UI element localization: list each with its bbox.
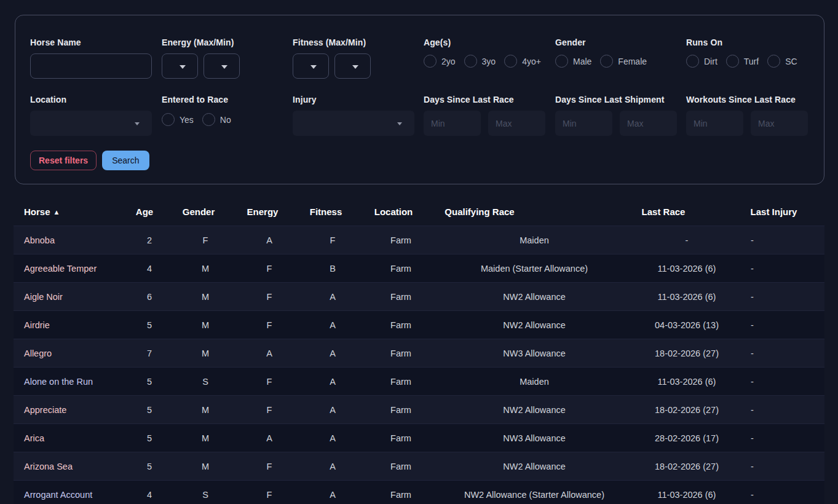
table-row: Arica 5 M A A Farm NW3 Allowance 28-02-2… bbox=[14, 423, 824, 452]
location-cell: Farm bbox=[357, 235, 445, 245]
runs-on-turf-radio[interactable] bbox=[726, 55, 739, 68]
age-4yo-radio[interactable] bbox=[504, 55, 517, 68]
energy-min-select[interactable] bbox=[204, 53, 240, 79]
gender-cell: M bbox=[181, 348, 230, 358]
table-row: Aigle Noir 6 M F A Farm NW2 Allowance 11… bbox=[14, 282, 824, 310]
entered-yes-radio[interactable] bbox=[162, 113, 175, 126]
search-button[interactable]: Search bbox=[102, 151, 149, 170]
gender-cell: M bbox=[181, 405, 230, 415]
last-injury-cell: - bbox=[750, 320, 824, 330]
fitness-min-select[interactable] bbox=[334, 53, 371, 79]
energy-max-select[interactable] bbox=[162, 53, 198, 79]
column-header-last-injury[interactable]: Last Injury bbox=[737, 207, 811, 217]
age-3yo-radio[interactable] bbox=[464, 55, 477, 68]
location-select[interactable] bbox=[30, 111, 152, 136]
chevron-down-icon bbox=[221, 65, 227, 69]
location-cell: Farm bbox=[357, 377, 445, 387]
chevron-down-icon bbox=[180, 65, 186, 69]
age-3yo-label: 3yo bbox=[482, 57, 496, 66]
gender-cell: F bbox=[181, 235, 230, 245]
age-cell: 5 bbox=[118, 377, 181, 387]
entered-yes-label: Yes bbox=[180, 115, 194, 125]
days-last-shipment-max-input[interactable] bbox=[620, 111, 677, 136]
horse-name-link[interactable]: Arizona Sea bbox=[14, 462, 118, 471]
chevron-down-icon bbox=[352, 65, 358, 69]
column-header-energy[interactable]: Energy bbox=[223, 207, 302, 217]
horse-name-link[interactable]: Appreciate bbox=[14, 405, 118, 415]
age-2yo-label: 2yo bbox=[441, 57, 456, 66]
location-label: Location bbox=[30, 95, 162, 104]
column-header-last-race[interactable]: Last Race bbox=[600, 207, 727, 217]
qualifying-race-cell: NW3 Allowance bbox=[445, 433, 623, 443]
days-last-shipment-min-input[interactable] bbox=[555, 111, 612, 136]
reset-filters-button[interactable]: Reset filters bbox=[30, 151, 97, 170]
column-header-horse[interactable]: Horse▲ bbox=[14, 207, 118, 217]
horse-name-link[interactable]: Aigle Noir bbox=[14, 292, 118, 302]
days-last-race-min-input[interactable] bbox=[424, 111, 481, 136]
filter-entered-to-race: Entered to Race Yes No bbox=[162, 95, 293, 136]
energy-cell: A bbox=[230, 348, 309, 358]
horse-name-link[interactable]: Airdrie bbox=[14, 320, 118, 330]
qualifying-race-cell: NW2 Allowance bbox=[445, 405, 623, 415]
last-race-cell: 11-03-2026 (6) bbox=[623, 264, 750, 274]
column-header-qualifying-race[interactable]: Qualifying Race bbox=[390, 207, 569, 217]
last-injury-cell: - bbox=[750, 235, 824, 245]
injury-select[interactable] bbox=[293, 111, 414, 136]
column-header-gender[interactable]: Gender bbox=[174, 207, 223, 217]
last-race-cell: 11-03-2026 (6) bbox=[623, 292, 750, 302]
workouts-max-input[interactable] bbox=[751, 111, 808, 136]
energy-cell: A bbox=[230, 235, 309, 245]
last-race-cell: 18-02-2026 (27) bbox=[623, 348, 750, 358]
fitness-max-select[interactable] bbox=[293, 53, 329, 79]
filter-days-since-last-shipment: Days Since Last Shipment bbox=[555, 95, 686, 136]
location-cell: Farm bbox=[357, 320, 445, 330]
location-cell: Farm bbox=[357, 462, 445, 471]
gender-cell: M bbox=[181, 264, 230, 274]
qualifying-race-cell: Maiden bbox=[445, 235, 623, 245]
filter-horse-name: Horse Name bbox=[30, 37, 162, 79]
horse-name-link[interactable]: Allegro bbox=[14, 348, 118, 358]
gender-cell: M bbox=[181, 433, 230, 443]
energy-cell: F bbox=[230, 405, 309, 415]
gender-cell: S bbox=[181, 377, 230, 387]
age-cell: 2 bbox=[118, 235, 181, 245]
fitness-cell: A bbox=[309, 320, 357, 330]
runs-on-sc-radio[interactable] bbox=[767, 55, 780, 68]
last-injury-cell: - bbox=[750, 292, 824, 302]
last-race-cell: 18-02-2026 (27) bbox=[623, 462, 750, 471]
horse-name-link[interactable]: Agreeable Temper bbox=[14, 264, 118, 274]
last-injury-cell: - bbox=[750, 264, 824, 274]
last-race-cell: - bbox=[623, 235, 750, 245]
entered-no-radio[interactable] bbox=[202, 113, 215, 126]
runs-on-dirt-radio[interactable] bbox=[686, 55, 699, 68]
column-header-age[interactable]: Age bbox=[113, 207, 176, 217]
location-cell: Farm bbox=[357, 405, 445, 415]
gender-female-radio[interactable] bbox=[600, 55, 613, 68]
horses-table: Horse▲ Age Gender Energy Fitness Locatio… bbox=[14, 197, 824, 504]
workouts-min-input[interactable] bbox=[686, 111, 743, 136]
age-cell: 4 bbox=[118, 490, 181, 500]
fitness-cell: A bbox=[309, 405, 357, 415]
column-header-fitness[interactable]: Fitness bbox=[302, 207, 350, 217]
age-2yo-radio[interactable] bbox=[424, 55, 437, 68]
runs-on-sc-label: SC bbox=[785, 57, 797, 66]
table-row: Allegro 7 M A A Farm NW3 Allowance 18-02… bbox=[14, 339, 824, 367]
last-race-cell: 11-03-2026 (6) bbox=[623, 377, 750, 387]
days-last-race-max-input[interactable] bbox=[488, 111, 545, 136]
horse-name-link[interactable]: Arica bbox=[14, 433, 118, 443]
ages-label: Age(s) bbox=[424, 37, 555, 47]
horse-name-link[interactable]: Arrogant Account bbox=[14, 490, 118, 500]
fitness-cell: A bbox=[309, 292, 357, 302]
horse-name-link[interactable]: Abnoba bbox=[14, 235, 118, 245]
gender-cell: S bbox=[181, 490, 230, 500]
energy-cell: F bbox=[230, 264, 309, 274]
location-cell: Farm bbox=[357, 264, 445, 274]
horse-name-link[interactable]: Alone on the Run bbox=[14, 377, 118, 387]
gender-male-radio[interactable] bbox=[555, 55, 568, 68]
qualifying-race-cell: NW2 Allowance bbox=[445, 292, 623, 302]
horse-name-input[interactable] bbox=[30, 53, 152, 79]
energy-label: Energy (Max/Min) bbox=[162, 37, 293, 47]
entered-to-race-label: Entered to Race bbox=[162, 95, 293, 104]
filter-gender: Gender Male Female bbox=[555, 37, 686, 79]
qualifying-race-cell: NW2 Allowance bbox=[445, 462, 623, 471]
